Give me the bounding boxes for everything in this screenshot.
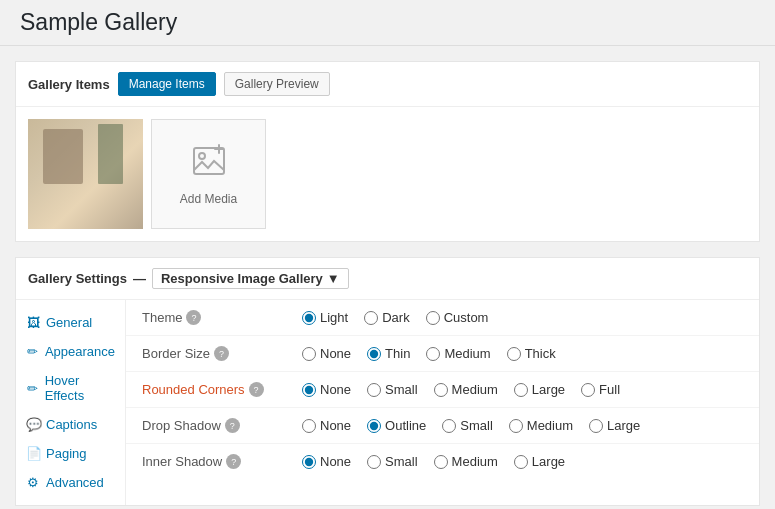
settings-header-title: Gallery Settings [28,271,127,286]
radio-label-inner-shadow-small: Small [385,454,418,469]
radio-option-drop-shadow-none[interactable]: None [302,418,351,433]
dropdown-arrow-icon: ▼ [327,271,340,286]
help-icon-rounded-corners[interactable]: ? [249,382,264,397]
radio-input-drop-shadow-small[interactable] [442,419,456,433]
radio-input-theme-custom[interactable] [426,311,440,325]
radio-option-inner-shadow-small[interactable]: Small [367,454,418,469]
radio-option-inner-shadow-large[interactable]: Large [514,454,565,469]
radio-input-inner-shadow-none[interactable] [302,455,316,469]
radio-label-border-size-none: None [320,346,351,361]
radio-option-border-size-thick[interactable]: Thick [507,346,556,361]
radio-group-theme: LightDarkCustom [302,310,488,325]
help-icon-border-size[interactable]: ? [214,346,229,361]
plugin-select-dropdown[interactable]: Responsive Image Gallery ▼ [152,268,349,289]
row-label-border-size: Border Size ? [142,346,302,361]
sidebar-item-general[interactable]: 🖼General [16,308,125,337]
radio-option-theme-light[interactable]: Light [302,310,348,325]
sidebar-item-label: Hover Effects [45,373,115,403]
radio-option-rounded-corners-large[interactable]: Large [514,382,565,397]
help-icon-drop-shadow[interactable]: ? [225,418,240,433]
help-icon-theme[interactable]: ? [186,310,201,325]
add-media-icon [191,143,227,186]
radio-input-inner-shadow-small[interactable] [367,455,381,469]
pencil-icon: ✏ [26,381,39,396]
radio-option-inner-shadow-none[interactable]: None [302,454,351,469]
radio-option-drop-shadow-large[interactable]: Large [589,418,640,433]
radio-label-drop-shadow-outline: Outline [385,418,426,433]
radio-input-theme-dark[interactable] [364,311,378,325]
settings-row-drop-shadow: Drop Shadow ?NoneOutlineSmallMediumLarge [126,408,759,444]
radio-label-border-size-thin: Thin [385,346,410,361]
radio-input-drop-shadow-none[interactable] [302,419,316,433]
settings-body: 🖼General✏Appearance✏Hover Effects💬Captio… [16,300,759,505]
sidebar-item-appearance[interactable]: ✏Appearance [16,337,125,366]
row-label-drop-shadow: Drop Shadow ? [142,418,302,433]
radio-option-drop-shadow-small[interactable]: Small [442,418,493,433]
radio-input-inner-shadow-large[interactable] [514,455,528,469]
settings-header: Gallery Settings — Responsive Image Gall… [16,258,759,300]
sidebar-item-hover-effects[interactable]: ✏Hover Effects [16,366,125,410]
gallery-items-label: Gallery Items [28,77,110,92]
radio-input-border-size-none[interactable] [302,347,316,361]
row-label-text: Drop Shadow [142,418,221,433]
row-label-text: Inner Shadow [142,454,222,469]
radio-option-rounded-corners-medium[interactable]: Medium [434,382,498,397]
radio-option-border-size-medium[interactable]: Medium [426,346,490,361]
radio-input-drop-shadow-medium[interactable] [509,419,523,433]
radio-label-inner-shadow-medium: Medium [452,454,498,469]
radio-option-theme-custom[interactable]: Custom [426,310,489,325]
radio-option-rounded-corners-none[interactable]: None [302,382,351,397]
radio-option-drop-shadow-outline[interactable]: Outline [367,418,426,433]
radio-input-rounded-corners-medium[interactable] [434,383,448,397]
radio-label-inner-shadow-large: Large [532,454,565,469]
radio-input-border-size-medium[interactable] [426,347,440,361]
chat-icon: 💬 [26,417,40,432]
radio-option-inner-shadow-medium[interactable]: Medium [434,454,498,469]
radio-option-border-size-none[interactable]: None [302,346,351,361]
settings-row-inner-shadow: Inner Shadow ?NoneSmallMediumLarge [126,444,759,479]
sidebar-item-paging[interactable]: 📄Paging [16,439,125,468]
radio-option-drop-shadow-medium[interactable]: Medium [509,418,573,433]
gallery-items-panel: Gallery Items Manage Items Gallery Previ… [15,61,760,242]
gallery-thumbnail[interactable] [28,119,143,229]
settings-content: Theme ?LightDarkCustomBorder Size ?NoneT… [126,300,759,505]
add-media-label: Add Media [180,192,237,206]
row-label-text: Theme [142,310,182,325]
radio-input-rounded-corners-small[interactable] [367,383,381,397]
gallery-preview-tab[interactable]: Gallery Preview [224,72,330,96]
radio-input-theme-light[interactable] [302,311,316,325]
page-icon: 📄 [26,446,40,461]
radio-option-theme-dark[interactable]: Dark [364,310,409,325]
help-icon-inner-shadow[interactable]: ? [226,454,241,469]
radio-input-rounded-corners-none[interactable] [302,383,316,397]
image-icon: 🖼 [26,315,40,330]
row-label-theme: Theme ? [142,310,302,325]
radio-input-rounded-corners-full[interactable] [581,383,595,397]
radio-group-inner-shadow: NoneSmallMediumLarge [302,454,565,469]
sidebar-item-label: Appearance [45,344,115,359]
row-label-inner-shadow: Inner Shadow ? [142,454,302,469]
radio-input-rounded-corners-large[interactable] [514,383,528,397]
radio-label-rounded-corners-small: Small [385,382,418,397]
radio-input-border-size-thin[interactable] [367,347,381,361]
radio-option-border-size-thin[interactable]: Thin [367,346,410,361]
radio-option-rounded-corners-small[interactable]: Small [367,382,418,397]
sidebar-item-label: Advanced [46,475,104,490]
radio-input-drop-shadow-large[interactable] [589,419,603,433]
settings-sidebar: 🖼General✏Appearance✏Hover Effects💬Captio… [16,300,126,505]
manage-items-tab[interactable]: Manage Items [118,72,216,96]
radio-input-drop-shadow-outline[interactable] [367,419,381,433]
settings-row-border-size: Border Size ?NoneThinMediumThick [126,336,759,372]
radio-label-border-size-thick: Thick [525,346,556,361]
radio-label-theme-light: Light [320,310,348,325]
sidebar-item-captions[interactable]: 💬Captions [16,410,125,439]
radio-input-border-size-thick[interactable] [507,347,521,361]
radio-group-drop-shadow: NoneOutlineSmallMediumLarge [302,418,640,433]
radio-option-rounded-corners-full[interactable]: Full [581,382,620,397]
radio-group-rounded-corners: NoneSmallMediumLargeFull [302,382,620,397]
radio-input-inner-shadow-medium[interactable] [434,455,448,469]
add-media-button[interactable]: Add Media [151,119,266,229]
radio-label-border-size-medium: Medium [444,346,490,361]
page-title: Sample Gallery [0,0,775,46]
sidebar-item-advanced[interactable]: ⚙Advanced [16,468,125,497]
